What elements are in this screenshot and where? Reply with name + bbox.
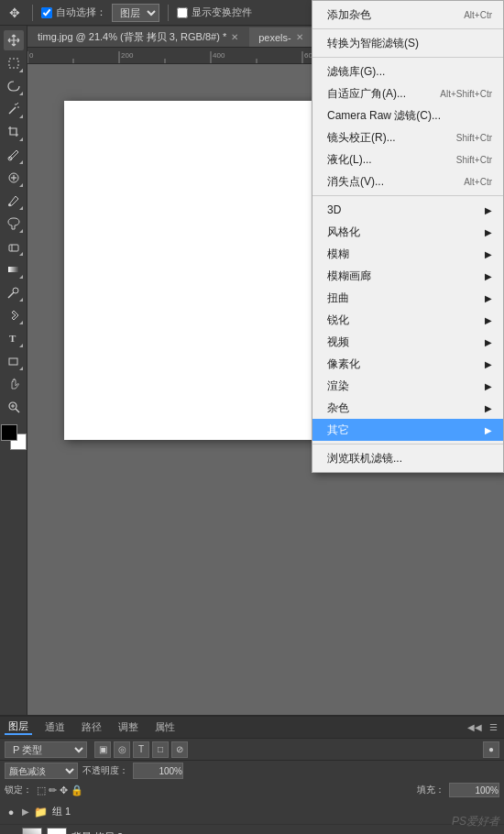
fill-label: 填充： (417, 784, 444, 796)
brush-tool[interactable] (4, 191, 24, 211)
tab-active[interactable]: timg.jpg @ 21.4% (背景 拷贝 3, RGB/8#) * ✕ (27, 27, 248, 47)
filter-smart-icon[interactable]: ⊘ (171, 741, 188, 758)
eyedropper-tool[interactable] (4, 145, 24, 165)
menu-sharpen-arrow: ▶ (485, 315, 492, 325)
crop-tool[interactable] (4, 122, 24, 142)
layer-mask-0 (47, 828, 67, 835)
layer-eye-0[interactable]: ● (5, 831, 17, 835)
menu-camera-raw-label: Camera Raw 滤镜(C)... (327, 108, 441, 124)
menu-item-noise[interactable]: 杂色 ▶ (312, 397, 503, 419)
filter-shape-icon[interactable]: □ (152, 741, 169, 758)
opacity-input[interactable] (133, 763, 183, 779)
menu-add-noise-label: 添加杂色 (327, 7, 371, 23)
svg-line-46 (8, 292, 14, 298)
tab-paths[interactable]: 路径 (78, 720, 105, 734)
tab2-label: pexels- (258, 32, 290, 43)
layer-arrow-group[interactable]: ▶ (22, 807, 29, 817)
menu-item-stylize[interactable]: 风格化 ▶ (312, 221, 503, 243)
tab-properties[interactable]: 属性 (151, 720, 179, 734)
menu-item-other[interactable]: 其它 ▶ (312, 419, 503, 441)
auto-select-label: 自动选择： (56, 5, 106, 19)
menu-blur-gallery-arrow: ▶ (485, 271, 492, 281)
menu-liquify-shortcut: Shift+Ctr (456, 155, 492, 165)
filter-type-icon[interactable]: T (133, 741, 149, 758)
menu-item-lens-correct[interactable]: 镜头校正(R)... Shift+Ctr (312, 126, 503, 148)
lock-move-icon[interactable]: ✥ (60, 785, 68, 796)
menu-blur-gallery-label: 模糊画廊 (327, 269, 371, 284)
auto-select-checkbox[interactable] (41, 7, 52, 18)
menu-item-add-noise[interactable]: 添加杂色 Alt+Ctr (312, 4, 503, 26)
tab-2[interactable]: pexels- ✕ (248, 27, 312, 47)
zoom-tool[interactable] (4, 397, 24, 417)
layer-type-filter[interactable]: P 类型 (5, 741, 87, 758)
menu-item-smart[interactable]: 转换为智能滤镜(S) (312, 32, 503, 54)
panel-tab-bar: 图层 通道 路径 调整 属性 ◀◀ ☰ (0, 717, 504, 739)
tab-layers[interactable]: 图层 (5, 719, 32, 735)
move-tool[interactable] (4, 30, 24, 50)
tab-adjustments[interactable]: 调整 (115, 720, 142, 734)
menu-item-adaptive-wide[interactable]: 自适应广角(A)... Alt+Shift+Ctr (312, 82, 503, 104)
type-tool[interactable]: T (4, 328, 24, 348)
menu-video-label: 视频 (327, 335, 349, 350)
pen-tool[interactable] (4, 305, 24, 325)
menu-pixelate-arrow: ▶ (485, 359, 492, 369)
menu-item-video[interactable]: 视频 ▶ (312, 331, 503, 353)
move-tool-icon[interactable]: ✥ (5, 4, 24, 22)
fg-bg-colors (1, 424, 27, 450)
lasso-tool[interactable] (4, 76, 24, 96)
tab-close-btn[interactable]: ✕ (231, 32, 238, 42)
auto-select-dropdown[interactable]: 图层 (112, 4, 159, 22)
eraser-tool[interactable] (4, 236, 24, 257)
tab-channels[interactable]: 通道 (41, 720, 69, 734)
gradient-tool[interactable] (4, 259, 24, 280)
menu-item-filter-gallery[interactable]: 滤镜库(G)... (312, 60, 503, 82)
clone-stamp-tool[interactable] (4, 214, 24, 234)
layer-filter-icons: ▣ ◎ T □ ⊘ (94, 741, 188, 758)
layer-eye-group[interactable]: ● (5, 806, 17, 818)
filter-adjust-icon[interactable]: ◎ (114, 741, 130, 758)
healing-tool[interactable] (4, 168, 24, 188)
layer-name-group: 组 1 (52, 805, 71, 818)
lock-transparent-icon[interactable]: ⬚ (37, 785, 46, 796)
foreground-color[interactable] (1, 424, 17, 441)
menu-adaptive-wide-label: 自适应广角(A)... (327, 86, 406, 102)
menu-item-blur-gallery[interactable]: 模糊画廊 ▶ (312, 265, 503, 287)
menu-item-3d[interactable]: 3D ▶ (312, 199, 503, 221)
tab-active-label: timg.jpg @ 21.4% (背景 拷贝 3, RGB/8#) * (38, 30, 226, 44)
panel-collapse-icon[interactable]: ◀◀ (466, 720, 484, 734)
menu-lens-correct-shortcut: Shift+Ctr (456, 133, 492, 143)
layer-item-group[interactable]: ● ▶ 📁 组 1 (0, 799, 504, 825)
svg-text:T: T (9, 333, 16, 344)
menu-item-vanishing[interactable]: 消失点(V)... Alt+Ctr (312, 170, 503, 192)
layer-visibility-toggle[interactable]: ● (483, 741, 499, 758)
blend-mode-select[interactable]: 颜色减淡 (5, 763, 78, 779)
menu-vanishing-label: 消失点(V)... (327, 174, 384, 190)
layer-item-0[interactable]: ● 背景 拷贝 3 (0, 825, 504, 834)
sep2 (168, 5, 169, 21)
menu-item-liquify[interactable]: 液化(L)... Shift+Ctr (312, 148, 503, 170)
hand-tool[interactable] (4, 374, 24, 394)
menu-item-camera-raw[interactable]: Camera Raw 滤镜(C)... (312, 104, 503, 126)
fill-input[interactable] (449, 783, 499, 797)
menu-item-sharpen[interactable]: 锐化 ▶ (312, 309, 503, 331)
shape-tool[interactable] (4, 351, 24, 371)
lock-all-icon[interactable]: 🔒 (71, 785, 83, 796)
panel-menu-icon[interactable]: ☰ (488, 720, 499, 734)
menu-browse-online-label: 浏览联机滤镜... (327, 451, 402, 466)
menu-item-render[interactable]: 渲染 ▶ (312, 375, 503, 397)
menu-sharpen-label: 锐化 (327, 313, 349, 328)
tab2-close-btn[interactable]: ✕ (296, 32, 303, 42)
lock-paint-icon[interactable]: ✏ (49, 785, 57, 796)
marquee-tool[interactable] (4, 53, 24, 73)
menu-adaptive-wide-shortcut: Alt+Shift+Ctr (440, 89, 492, 99)
menu-item-browse-online[interactable]: 浏览联机滤镜... (312, 447, 503, 469)
menu-item-pixelate[interactable]: 像素化 ▶ (312, 353, 503, 375)
dodge-tool[interactable] (4, 282, 24, 302)
menu-distort-arrow: ▶ (485, 293, 492, 303)
menu-item-distort[interactable]: 扭曲 ▶ (312, 287, 503, 309)
magic-wand-tool[interactable] (4, 99, 24, 119)
transform-checkbox[interactable] (177, 7, 188, 18)
menu-item-blur[interactable]: 模糊 ▶ (312, 243, 503, 265)
filter-pixel-icon[interactable]: ▣ (94, 741, 111, 758)
filter-dropdown-menu: 添加杂色 Alt+Ctr 转换为智能滤镜(S) 滤镜库(G)... 自适应广角(… (312, 0, 504, 473)
